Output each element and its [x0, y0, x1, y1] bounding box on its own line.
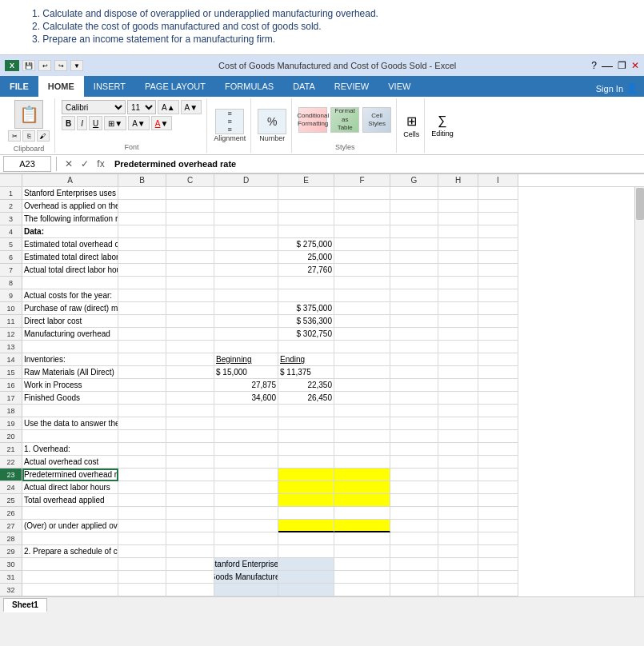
- cell-C27[interactable]: [166, 520, 214, 532]
- cell-G1[interactable]: [390, 187, 438, 200]
- cell-D23[interactable]: [214, 469, 278, 481]
- italic-button[interactable]: I: [77, 116, 87, 130]
- cell-E21[interactable]: [278, 443, 334, 456]
- cell-E3[interactable]: [278, 213, 334, 225]
- col-header-h[interactable]: H: [438, 174, 478, 186]
- insert-function-button[interactable]: fx: [94, 157, 108, 171]
- cell-D24[interactable]: [214, 481, 278, 494]
- format-as-table-button[interactable]: Format asTable: [330, 107, 359, 133]
- cell-G20[interactable]: [390, 430, 438, 443]
- cell-G8[interactable]: [390, 277, 438, 289]
- row-header-21[interactable]: 21: [0, 443, 22, 456]
- cell-H4[interactable]: [438, 225, 478, 238]
- cell-I18[interactable]: [478, 405, 518, 417]
- cell-E26[interactable]: [278, 507, 334, 520]
- cell-F2[interactable]: [334, 200, 390, 213]
- cell-D8[interactable]: [214, 277, 278, 289]
- cell-F3[interactable]: [334, 213, 390, 225]
- cell-E9[interactable]: [278, 289, 334, 302]
- cell-A22[interactable]: Actual overhead cost: [22, 456, 118, 469]
- cell-C5[interactable]: [166, 238, 214, 251]
- cell-H24[interactable]: [438, 481, 478, 494]
- col-header-f[interactable]: F: [334, 174, 390, 186]
- cell-B19[interactable]: [118, 417, 166, 430]
- cell-C13[interactable]: [166, 341, 214, 353]
- cell-D12[interactable]: [214, 328, 278, 341]
- cells-button[interactable]: ⊞ Cells: [403, 114, 419, 138]
- font-shrink-button[interactable]: A▼: [181, 100, 202, 114]
- cell-A12[interactable]: Manufacturing overhead: [22, 328, 118, 341]
- cell-B1[interactable]: [118, 187, 166, 200]
- cell-E14[interactable]: Ending: [278, 353, 334, 366]
- cell-E11[interactable]: $ 536,300: [278, 315, 334, 328]
- cell-A29[interactable]: 2. Prepare a schedule of cost of goods m…: [22, 545, 118, 558]
- row-header-17[interactable]: 17: [0, 392, 22, 405]
- cell-C1[interactable]: [166, 187, 214, 200]
- cell-C14[interactable]: [166, 353, 214, 366]
- cell-G6[interactable]: [390, 251, 438, 264]
- cell-I19[interactable]: [478, 417, 518, 430]
- minimize-button[interactable]: —: [602, 59, 613, 72]
- tab-data[interactable]: DATA: [283, 76, 325, 97]
- cell-B18[interactable]: [118, 405, 166, 417]
- cell-G30[interactable]: [390, 558, 438, 571]
- cell-F20[interactable]: [334, 430, 390, 443]
- cell-C23[interactable]: [166, 469, 214, 481]
- cell-C21[interactable]: [166, 443, 214, 456]
- row-header-11[interactable]: 11: [0, 315, 22, 328]
- cell-B22[interactable]: [118, 456, 166, 469]
- conditional-formatting-button[interactable]: ConditionalFormatting: [298, 107, 327, 133]
- cell-I20[interactable]: [478, 430, 518, 443]
- cancel-formula-button[interactable]: ✕: [62, 157, 76, 171]
- cell-D27[interactable]: [214, 520, 278, 532]
- cell-A17[interactable]: Finished Goods: [22, 392, 118, 405]
- cell-F29[interactable]: [334, 545, 390, 558]
- cell-G31[interactable]: [390, 571, 438, 584]
- cell-C4[interactable]: [166, 225, 214, 238]
- cell-F19[interactable]: [334, 417, 390, 430]
- cell-F21[interactable]: [334, 443, 390, 456]
- bold-button[interactable]: B: [62, 116, 75, 130]
- cell-E18[interactable]: [278, 405, 334, 417]
- row-header-6[interactable]: 6: [0, 251, 22, 264]
- cell-H12[interactable]: [438, 328, 478, 341]
- cell-H30[interactable]: [438, 558, 478, 571]
- formula-input[interactable]: [111, 156, 641, 172]
- cell-D14[interactable]: Beginning: [214, 353, 278, 366]
- cell-B14[interactable]: [118, 353, 166, 366]
- cell-D31[interactable]: Cost of Goods Manufactured Report: [214, 571, 278, 584]
- cell-G27[interactable]: [390, 520, 438, 532]
- font-color-button[interactable]: A▼: [151, 116, 173, 130]
- tab-review[interactable]: REVIEW: [325, 76, 378, 97]
- tab-insert[interactable]: INSERT: [84, 76, 135, 97]
- cell-B29[interactable]: [118, 545, 166, 558]
- cell-I25[interactable]: [478, 494, 518, 507]
- cell-H31[interactable]: [438, 571, 478, 584]
- cell-H22[interactable]: [438, 456, 478, 469]
- tab-home[interactable]: HOME: [38, 76, 84, 97]
- cell-E16[interactable]: 22,350: [278, 379, 334, 392]
- cell-reference-input[interactable]: [3, 156, 51, 172]
- row-header-9[interactable]: 9: [0, 289, 22, 302]
- cell-B25[interactable]: [118, 494, 166, 507]
- cell-F27[interactable]: [334, 520, 390, 532]
- cell-H8[interactable]: [438, 277, 478, 289]
- cell-C32[interactable]: [166, 584, 214, 596]
- cell-H15[interactable]: [438, 366, 478, 379]
- cell-C16[interactable]: [166, 379, 214, 392]
- cell-F26[interactable]: [334, 507, 390, 520]
- cell-C11[interactable]: [166, 315, 214, 328]
- cell-B7[interactable]: [118, 264, 166, 277]
- cell-F31[interactable]: [334, 571, 390, 584]
- cell-B2[interactable]: [118, 200, 166, 213]
- cell-F9[interactable]: [334, 289, 390, 302]
- cell-A31[interactable]: [22, 571, 118, 584]
- cell-C6[interactable]: [166, 251, 214, 264]
- cell-I26[interactable]: [478, 507, 518, 520]
- cell-C26[interactable]: [166, 507, 214, 520]
- cell-C28[interactable]: [166, 532, 214, 545]
- cell-H14[interactable]: [438, 353, 478, 366]
- cell-D5[interactable]: [214, 238, 278, 251]
- row-header-12[interactable]: 12: [0, 328, 22, 341]
- cell-E17[interactable]: 26,450: [278, 392, 334, 405]
